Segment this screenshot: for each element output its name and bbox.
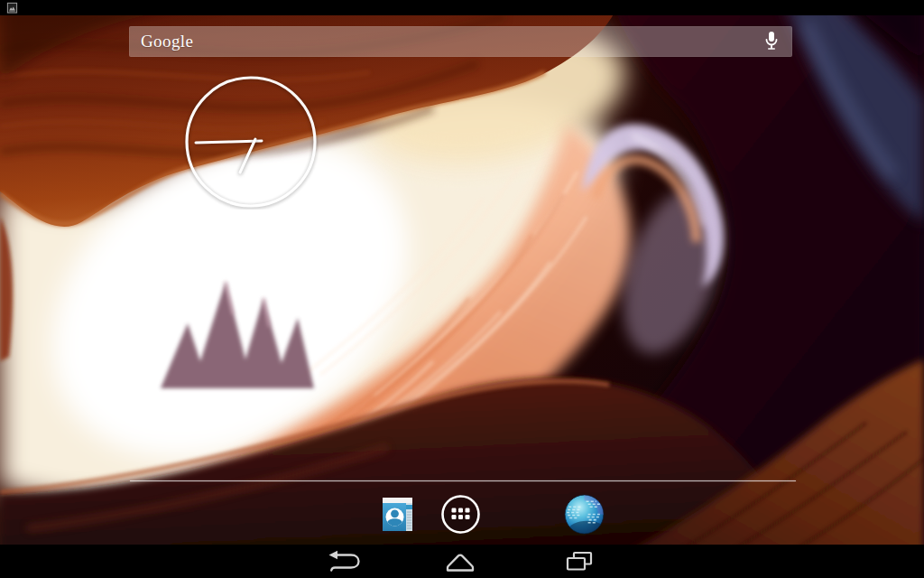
analog-clock-widget[interactable] xyxy=(183,74,319,210)
dock-app-people[interactable] xyxy=(379,494,420,535)
recent-apps-icon xyxy=(565,550,594,573)
contacts-book-icon xyxy=(379,494,420,535)
home-button[interactable] xyxy=(428,545,493,578)
dock xyxy=(0,488,924,542)
back-button[interactable] xyxy=(311,545,376,578)
image-notification-icon xyxy=(6,2,18,14)
dock-app-browser[interactable] xyxy=(564,494,605,535)
clock-minute-hand xyxy=(196,141,262,143)
all-apps-button[interactable] xyxy=(440,494,481,535)
voice-search-button[interactable] xyxy=(756,28,787,55)
android-home-screen: Google xyxy=(0,0,924,578)
google-logo: Google xyxy=(141,32,193,51)
back-arrow-icon xyxy=(327,549,361,574)
home-icon xyxy=(444,552,476,572)
google-search-widget[interactable]: Google xyxy=(129,26,792,57)
globe-icon xyxy=(564,494,605,535)
dock-divider xyxy=(130,480,796,481)
app-drawer-grid-icon xyxy=(440,494,481,535)
status-bar[interactable] xyxy=(0,0,924,15)
recents-button[interactable] xyxy=(547,545,612,578)
clock-hour-hand xyxy=(240,139,255,172)
microphone-icon xyxy=(762,30,781,53)
navigation-bar xyxy=(0,545,924,578)
